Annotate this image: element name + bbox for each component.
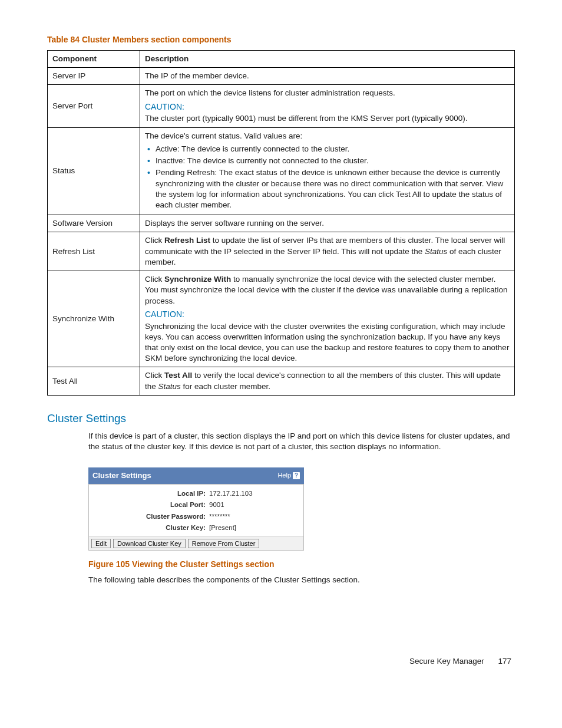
section-heading: Cluster Settings: [47, 411, 515, 426]
table-row: Test All Click Test All to verify the lo…: [48, 367, 515, 395]
description-text: The device's current status. Valid value…: [145, 131, 510, 141]
footer-doc-name: Secure Key Manager: [409, 657, 484, 666]
caution-label: CAUTION:: [145, 309, 510, 320]
panel-row: Local IP: 172.17.21.103: [89, 488, 303, 500]
remove-from-cluster-button[interactable]: Remove From Cluster: [188, 539, 260, 548]
panel-title: Cluster Settings: [92, 470, 151, 481]
field-value: 172.17.21.103: [209, 489, 299, 499]
list-item: Inactive: The device is currently not co…: [156, 156, 510, 166]
table-row: Synchronize With Click Synchronize With …: [48, 271, 515, 367]
component-description: The port on which the device listens for…: [140, 85, 515, 127]
header-description: Description: [140, 50, 515, 67]
field-value: [Present]: [209, 523, 299, 533]
components-table: Component Description Server IP The IP o…: [47, 50, 515, 396]
component-name: Server IP: [48, 68, 140, 85]
inline-italic: Status: [425, 247, 447, 256]
table-row: Status The device's current status. Vali…: [48, 127, 515, 215]
download-cluster-key-button[interactable]: Download Cluster Key: [113, 539, 186, 548]
field-label: Cluster Key:: [94, 523, 209, 533]
component-name: Test All: [48, 367, 140, 395]
status-value-list: Active: The device is currently connecte…: [145, 144, 510, 210]
description-text: The port on which the device listens for…: [145, 88, 510, 98]
table-row: Software Version Displays the server sof…: [48, 215, 515, 232]
table-row: Server IP The IP of the member device.: [48, 68, 515, 85]
field-label: Cluster Password:: [94, 512, 209, 522]
description-text: Click: [145, 371, 164, 380]
table-title: Table 84 Cluster Members section compone…: [47, 34, 515, 45]
component-description: Click Synchronize With to manually synch…: [140, 271, 515, 367]
field-label: Local Port:: [94, 500, 209, 510]
figure-caption: The following table describes the compon…: [47, 575, 515, 585]
table-row: Server Port The port on which the device…: [48, 85, 515, 127]
description-text: for each cluster member.: [181, 382, 270, 391]
page-footer: Secure Key Manager 177: [47, 656, 515, 667]
footer-page-number: 177: [498, 657, 511, 666]
component-name: Refresh List: [48, 232, 140, 271]
inline-bold: Refresh List: [164, 236, 210, 245]
edit-button[interactable]: Edit: [91, 539, 111, 548]
field-value: ********: [209, 512, 299, 522]
table-row: Refresh List Click Refresh List to updat…: [48, 232, 515, 271]
list-item: Pending Refresh: The exact status of the…: [156, 167, 510, 210]
field-label: Local IP:: [94, 489, 209, 499]
description-text: Synchronizing the local device with the …: [145, 321, 510, 364]
description-text: Click Synchronize With to manually synch…: [145, 274, 510, 307]
help-icon: ?: [293, 472, 300, 479]
section-paragraph: If this device is part of a cluster, thi…: [47, 431, 515, 452]
cluster-settings-panel: Cluster Settings Help ? Local IP: 172.17…: [88, 467, 304, 551]
panel-row: Cluster Password: ********: [89, 511, 303, 523]
header-component: Component: [48, 50, 140, 67]
help-label: Help: [277, 471, 291, 480]
field-value: 9001: [209, 500, 299, 510]
component-description: The device's current status. Valid value…: [140, 127, 515, 215]
panel-body: Local IP: 172.17.21.103 Local Port: 9001…: [88, 484, 304, 551]
component-description: The IP of the member device.: [140, 68, 515, 85]
panel-button-row: Edit Download Cluster Key Remove From Cl…: [89, 536, 303, 550]
component-name: Software Version: [48, 215, 140, 232]
inline-italic: Status: [158, 382, 181, 391]
description-text: Click: [145, 236, 164, 245]
panel-header: Cluster Settings Help ?: [88, 467, 304, 484]
component-name: Synchronize With: [48, 271, 140, 367]
panel-row: Local Port: 9001: [89, 499, 303, 511]
inline-bold: Test All: [164, 371, 192, 380]
component-description: Displays the server software running on …: [140, 215, 515, 232]
component-name: Server Port: [48, 85, 140, 127]
caution-label: CAUTION:: [145, 101, 510, 113]
list-item: Active: The device is currently connecte…: [156, 144, 510, 154]
help-link[interactable]: Help ?: [277, 471, 300, 480]
figure-label: Figure 105 Viewing the Cluster Settings …: [47, 559, 515, 570]
description-text: The cluster port (typically 9001) must b…: [145, 113, 510, 124]
component-description: Click Refresh List to update the list of…: [140, 232, 515, 271]
inline-bold: Synchronize With: [164, 275, 231, 284]
description-text: Click: [145, 275, 164, 284]
component-description: Click Test All to verify the local devic…: [140, 367, 515, 395]
panel-row: Cluster Key: [Present]: [89, 522, 303, 534]
component-name: Status: [48, 127, 140, 215]
